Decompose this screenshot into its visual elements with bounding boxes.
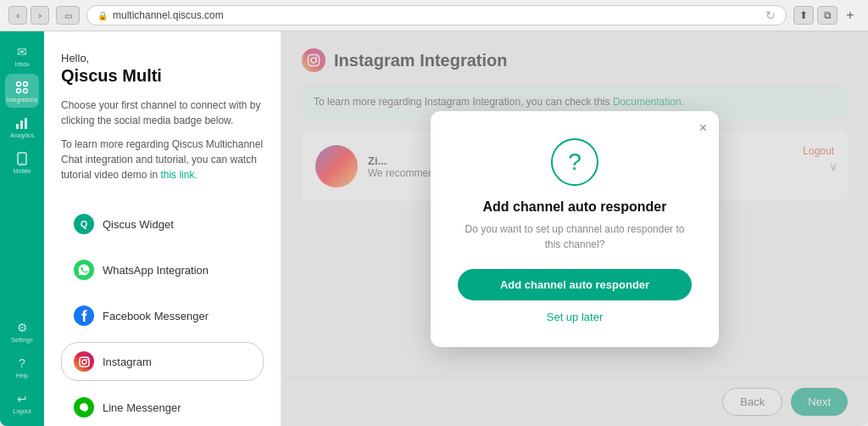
modal-overlay: × ? Add channel auto responder Do you wa… [281,31,868,426]
address-bar[interactable]: 🔒 multichannel.qiscus.com ↻ [86,5,787,25]
svg-point-8 [21,162,23,164]
channel-item-whatsapp[interactable]: WhatsApp Integration [61,250,264,289]
reload-icon[interactable]: ↻ [765,8,776,22]
sidebar-item-analytics[interactable]: Analytics [5,109,39,143]
sidebar-label-help: Help [16,373,28,378]
settings-icon: ⚙ [14,320,30,335]
svg-rect-9 [80,357,89,367]
modal-box: × ? Add channel auto responder Do you wa… [431,111,719,347]
sidebar-item-integrations[interactable]: Integrations [5,74,39,108]
question-mark: ? [568,150,581,174]
whatsapp-icon [74,260,94,280]
greeting-name: Qiscus Multi [61,66,264,86]
facebook-icon [74,305,94,326]
instagram-icon [74,351,94,372]
share-button[interactable]: ⬆ [793,6,814,25]
svg-point-0 [17,81,21,86]
app-container: ✉ Inbox Integrations [0,31,868,426]
channel-label-line: Line Messenger [103,401,181,414]
sidebar-item-mobile[interactable]: Mobile [5,145,39,179]
channel-item-instagram[interactable]: Instagram [61,342,264,381]
channel-item-facebook[interactable]: Facebook Messenger [61,296,264,335]
icon-sidebar: ✉ Inbox Integrations [0,31,44,426]
new-tab-button[interactable]: + [841,6,860,25]
sidebar-item-settings[interactable]: ⚙ Settings [5,314,39,348]
qiscus-icon: Q [74,214,94,234]
channel-label-qiscus: Qiscus Widget [103,218,174,231]
channel-item-line[interactable]: Line Messenger [61,388,264,426]
sidebar-label-logout: Logout [13,408,31,414]
sidebar-label-mobile: Mobile [14,168,31,174]
channel-label-whatsapp: WhatsApp Integration [103,264,209,277]
svg-point-3 [24,88,28,92]
sidebar-label-analytics: Analytics [10,132,34,138]
modal-subtitle: Do you want to set up channel auto respo… [458,221,692,252]
svg-rect-6 [25,118,27,129]
back-button[interactable]: ‹ [8,6,27,25]
logout-icon: ↩ [14,391,30,406]
browser-nav: ‹ › [8,6,49,25]
intro-text2: To learn more regarding Qiscus Multichan… [61,137,264,182]
svg-point-1 [24,81,28,86]
channel-item-qiscus[interactable]: Q Qiscus Widget [61,205,264,244]
svg-point-2 [17,88,21,92]
add-auto-responder-button[interactable]: Add channel auto responder [458,269,692,300]
sidebar-item-logout[interactable]: ↩ Logout [5,385,39,419]
mobile-icon [14,151,30,166]
svg-rect-5 [20,121,23,129]
url-text: multichannel.qiscus.com [113,9,224,21]
svg-rect-4 [16,124,19,129]
main-content: Instagram Integration To learn more rega… [281,31,868,426]
intro-text1: Choose your first channel to connect wit… [61,98,264,128]
sidebar-label-inbox: Inbox [14,61,29,67]
greeting-line1: Hello, [61,52,264,64]
this-link[interactable]: this link. [160,169,197,181]
modal-question-icon: ? [551,138,598,186]
inbox-icon: ✉ [14,44,30,59]
lock-icon: 🔒 [97,11,108,20]
browser-actions: ⬆ ⧉ + [793,6,860,25]
svg-point-10 [82,360,86,364]
left-panel: Hello, Qiscus Multi Choose your first ch… [44,31,281,426]
duplicate-button[interactable]: ⧉ [817,6,837,25]
help-icon: ? [14,356,30,371]
svg-point-11 [86,358,87,360]
channel-label-facebook: Facebook Messenger [103,310,209,322]
setup-later-button[interactable]: Set up later [547,311,604,323]
channel-label-instagram: Instagram [103,356,152,368]
modal-title: Add channel auto responder [483,199,667,215]
tab-button[interactable]: ▭ [56,6,80,25]
browser-chrome: ‹ › ▭ 🔒 multichannel.qiscus.com ↻ ⬆ ⧉ + [0,0,868,31]
sidebar-label-settings: Settings [11,337,32,343]
sidebar-item-inbox[interactable]: ✉ Inbox [5,38,39,72]
sidebar-label-integrations: Integrations [7,97,38,103]
channel-list: Q Qiscus Widget WhatsApp Integration Fac… [61,205,264,426]
integrations-icon [14,80,30,95]
line-icon [74,397,94,418]
sidebar-item-help[interactable]: ? Help [5,350,39,384]
modal-close-button[interactable]: × [699,121,707,135]
forward-button[interactable]: › [31,6,49,25]
analytics-icon [14,115,30,131]
